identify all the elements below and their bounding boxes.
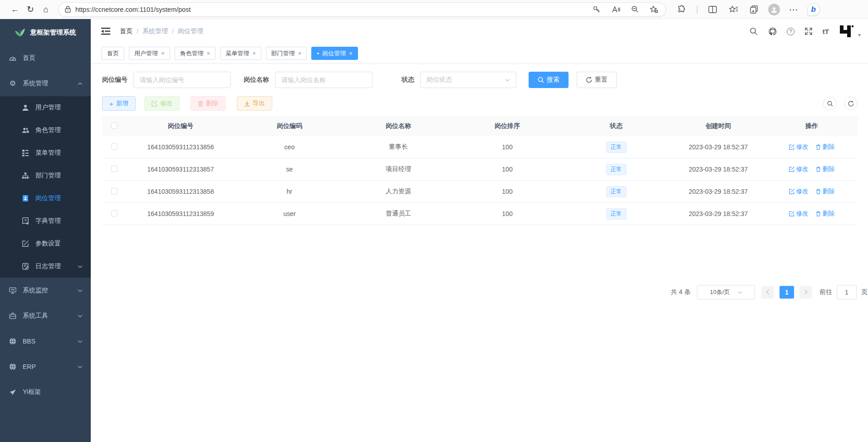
user-avatar[interactable]: ▾ — [838, 25, 861, 38]
read-aloud-icon[interactable] — [608, 2, 623, 17]
close-icon[interactable]: × — [349, 50, 353, 57]
search-icon[interactable] — [749, 26, 759, 36]
sidebar-item-post-mgmt[interactable]: 岗位管理 — [0, 187, 91, 210]
browser-refresh-icon[interactable]: ↻ — [23, 2, 38, 17]
sidebar-item-bbs[interactable]: BBS — [0, 329, 91, 354]
split-screen-icon[interactable] — [706, 2, 720, 17]
status-select[interactable]: 岗位状态 — [420, 72, 516, 88]
row-edit-link[interactable]: 修改 — [789, 165, 809, 173]
close-icon[interactable]: × — [207, 50, 211, 57]
sidebar-item-label: 首页 — [23, 54, 35, 62]
extensions-icon[interactable] — [674, 2, 689, 17]
select-all-checkbox[interactable] — [111, 123, 118, 129]
sidebar-item-user-mgmt[interactable]: 用户管理 — [0, 96, 91, 119]
export-button[interactable]: 导出 — [237, 96, 272, 111]
lock-icon[interactable] — [65, 6, 71, 13]
row-edit-link[interactable]: 修改 — [789, 210, 809, 218]
close-icon[interactable]: × — [161, 50, 165, 57]
tab-label: 部门管理 — [271, 49, 295, 58]
favorites-icon[interactable] — [726, 2, 741, 17]
toggle-search-button[interactable] — [823, 97, 837, 110]
page-size-select[interactable]: 10条/页 — [697, 285, 755, 300]
sidebar-item-home[interactable]: 首页 — [0, 45, 91, 71]
sidebar-item-param-settings[interactable]: 参数设置 — [0, 232, 91, 255]
tab-user-mgmt[interactable]: 用户管理 × — [129, 47, 170, 60]
close-icon[interactable]: × — [252, 50, 256, 57]
fullscreen-icon[interactable] — [804, 26, 814, 36]
edit-button[interactable]: 修改 — [144, 96, 180, 111]
prev-page-button[interactable] — [761, 286, 774, 299]
goto-page-input[interactable] — [837, 285, 857, 300]
delete-link-label: 删除 — [823, 143, 835, 151]
hamburger-collapse-icon[interactable] — [98, 24, 113, 39]
browser-back-icon[interactable]: ← — [7, 2, 23, 17]
sidebar-item-system[interactable]: ⚙ 系统管理 — [0, 71, 91, 96]
refresh-icon — [848, 101, 854, 107]
tab-home[interactable]: 首页 — [102, 47, 124, 60]
sidebar-item-menu-mgmt[interactable]: 菜单管理 — [0, 142, 91, 164]
sidebar-item-role-mgmt[interactable]: 角色管理 — [0, 119, 91, 142]
help-icon[interactable]: ? — [787, 28, 794, 35]
next-page-button[interactable] — [799, 286, 812, 299]
page-number-1[interactable]: 1 — [780, 286, 794, 299]
chevron-down-icon — [78, 365, 83, 368]
add-button[interactable]: + 新增 — [102, 96, 136, 111]
trash-icon — [198, 101, 203, 107]
search-button[interactable]: 搜索 — [529, 72, 569, 88]
table-row[interactable]: 1641030593112313856 ceo 董事长 100 正常 2023-… — [102, 136, 858, 158]
cell-post-name: 人力资源 — [344, 187, 453, 196]
post-code-input[interactable] — [133, 72, 231, 88]
tab-dept-mgmt[interactable]: 部门管理 × — [266, 47, 307, 60]
tab-role-mgmt[interactable]: 角色管理 × — [175, 47, 216, 60]
table-row[interactable]: 1641030593112313857 se 项目经理 100 正常 2023-… — [102, 158, 858, 181]
row-checkbox[interactable] — [111, 166, 118, 172]
row-delete-link[interactable]: 删除 — [816, 143, 835, 151]
row-edit-link[interactable]: 修改 — [789, 143, 809, 151]
table-row[interactable]: 1641030593112313859 user 普通员工 100 正常 202… — [102, 203, 858, 225]
caret-down-icon[interactable]: ▾ — [858, 32, 861, 38]
refresh-table-button[interactable] — [844, 97, 858, 110]
trash-icon — [816, 211, 821, 216]
browser-home-icon[interactable]: ⌂ — [38, 2, 54, 17]
sidebar-item-log-mgmt[interactable]: 日志管理 — [0, 255, 91, 278]
address-bar[interactable]: https://ccnetcore.com:1101/system/post — [58, 2, 666, 17]
post-name-input[interactable] — [275, 72, 373, 88]
logo[interactable]: 意框架管理系统 — [0, 19, 91, 45]
tab-menu-mgmt[interactable]: 菜单管理 × — [220, 47, 261, 60]
zoom-out-icon[interactable] — [628, 2, 642, 17]
row-edit-link[interactable]: 修改 — [789, 187, 809, 196]
delete-button[interactable]: 删除 — [191, 96, 226, 111]
plus-icon: + — [109, 100, 113, 108]
cell-post-code: se — [235, 166, 344, 173]
sidebar-item-dept-mgmt[interactable]: 部门管理 — [0, 164, 91, 187]
sidebar-item-tools[interactable]: 系统工具 — [0, 303, 91, 329]
sidebar-item-monitor[interactable]: 系统监控 — [0, 278, 91, 303]
user-icon — [22, 104, 29, 111]
row-checkbox[interactable] — [111, 210, 118, 216]
tab-post-mgmt[interactable]: ● 岗位管理 × — [311, 47, 358, 60]
close-icon[interactable]: × — [298, 50, 302, 57]
browser-menu-ellipsis-icon[interactable]: ⋯ — [786, 2, 801, 17]
font-size-icon[interactable]: tT — [823, 28, 829, 35]
add-favorite-star-icon[interactable] — [647, 2, 661, 17]
row-checkbox[interactable] — [111, 143, 118, 150]
sidebar-item-dict-mgmt[interactable]: 字典管理 — [0, 210, 91, 232]
edit-icon — [789, 167, 794, 172]
row-delete-link[interactable]: 删除 — [816, 210, 835, 218]
breadcrumb-home[interactable]: 首页 — [120, 27, 132, 35]
table-row[interactable]: 1641030593112313858 hr 人力资源 100 正常 2023-… — [102, 181, 858, 203]
url-text[interactable]: https://ccnetcore.com:1101/system/post — [75, 6, 589, 13]
row-delete-link[interactable]: 删除 — [816, 165, 835, 173]
github-icon[interactable] — [768, 26, 778, 36]
row-delete-link[interactable]: 删除 — [816, 187, 835, 196]
copilot-icon[interactable]: b — [807, 3, 820, 16]
chevron-up-icon — [78, 82, 83, 85]
sidebar-item-yi-framework[interactable]: Yi框架 — [0, 379, 91, 405]
browser-profile-avatar[interactable] — [768, 4, 780, 15]
globe-icon — [9, 363, 16, 370]
reset-button[interactable]: 重置 — [577, 72, 617, 88]
row-checkbox[interactable] — [111, 188, 118, 194]
sidebar-item-erp[interactable]: ERP — [0, 354, 91, 379]
password-key-icon[interactable] — [589, 2, 604, 17]
collections-icon[interactable] — [747, 2, 762, 17]
